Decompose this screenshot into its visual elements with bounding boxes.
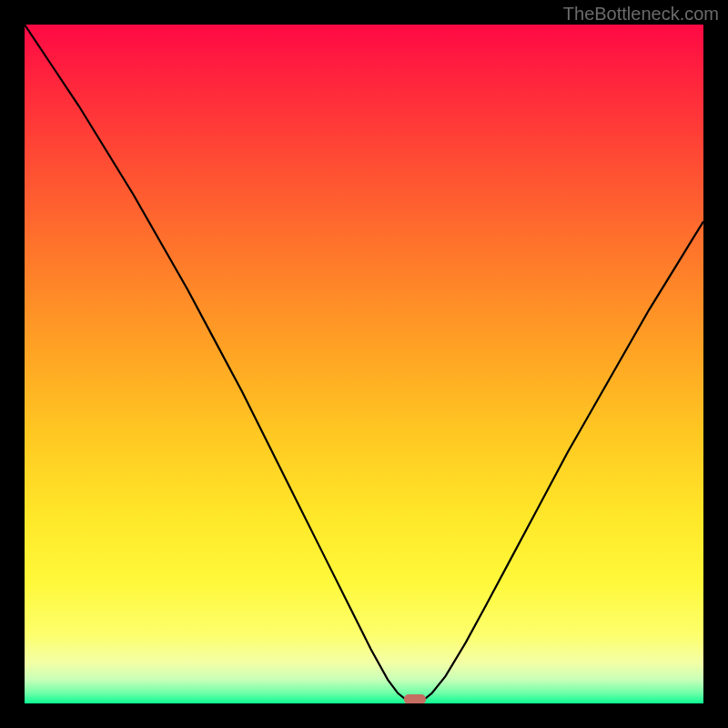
optimal-marker bbox=[404, 694, 426, 703]
chart-container: TheBottleneck.com bbox=[0, 0, 728, 728]
watermark-text: TheBottleneck.com bbox=[563, 4, 719, 25]
gradient-background bbox=[25, 25, 703, 703]
bottleneck-chart bbox=[25, 25, 703, 703]
plot-area bbox=[25, 25, 703, 703]
